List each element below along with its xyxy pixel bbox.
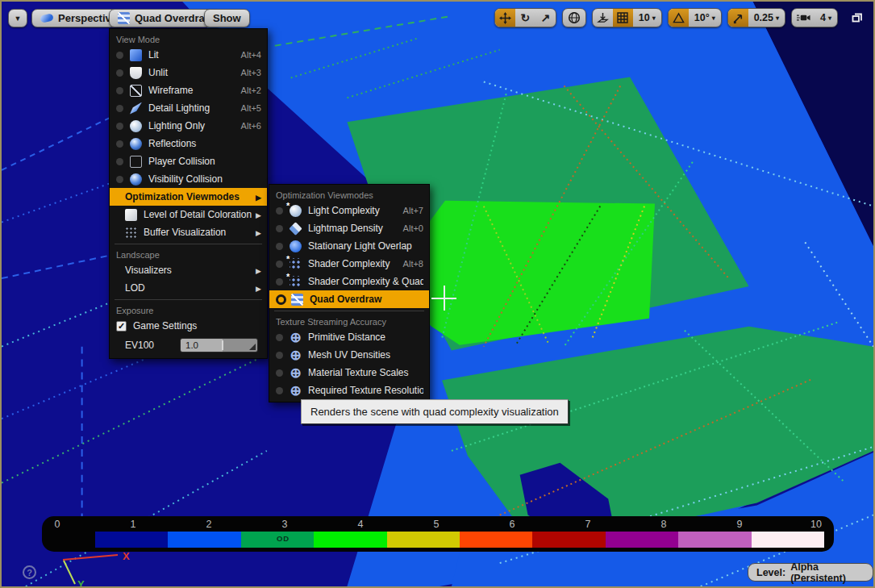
menu-item-label: Lit <box>148 49 235 60</box>
camera-speed-value-dropdown[interactable]: 4 ▾ <box>815 9 837 27</box>
help-button[interactable]: ? <box>23 565 36 579</box>
menu-item-lod-coloration[interactable]: Level of Detail Coloration <box>110 206 267 223</box>
scale-snap-group: 0.25 ▾ <box>727 8 785 27</box>
scale-snap-toggle[interactable] <box>728 9 748 27</box>
menu-item-required-texture-resolution[interactable]: ⊕ Required Texture Resolution <box>269 382 429 399</box>
rotation-snap-toggle[interactable] <box>669 9 689 27</box>
scale-mode-button[interactable]: ↗ <box>535 9 556 27</box>
camera-speed-button[interactable] <box>792 9 815 27</box>
scale-segment <box>606 532 678 548</box>
radio-icon <box>116 123 123 130</box>
tooltip-text: Renders the scene with quad complexity v… <box>310 406 559 418</box>
menu-section-title: View Mode <box>110 31 267 46</box>
caret-down-icon: ▾ <box>776 15 779 22</box>
od-marker: OD <box>273 534 294 543</box>
wireframe-cube-icon <box>130 85 142 97</box>
menu-item-stationary-light-overlap[interactable]: Stationary Light Overlap <box>269 237 429 255</box>
menu-item-lod[interactable]: LOD <box>110 279 267 297</box>
perspective-icon <box>40 13 54 23</box>
menu-item-unlit[interactable]: Unlit Alt+3 <box>110 64 267 81</box>
show-button[interactable]: Show <box>204 9 250 27</box>
submenu-arrow-icon <box>256 191 261 202</box>
collision-cube-icon <box>130 156 142 168</box>
menu-item-game-settings[interactable]: ✓ Game Settings <box>110 317 267 335</box>
menu-item-shader-complexity[interactable]: * Shader Complexity Alt+8 <box>269 255 429 273</box>
buffer-grid-icon <box>125 227 137 239</box>
menu-item-lit[interactable]: Lit Alt+4 <box>110 46 267 64</box>
scale-tick-label: 2 <box>206 519 212 530</box>
menu-item-visualizers[interactable]: Visualizers <box>110 261 267 279</box>
shortcut-label: Alt+2 <box>241 85 261 95</box>
menu-item-shader-complexity-quads[interactable]: * Shader Complexity & Quads <box>269 273 429 290</box>
menu-divider <box>115 244 262 244</box>
grid-snap-value: 10 <box>639 12 650 23</box>
coordinate-system-group <box>562 8 586 27</box>
scale-tick-label: 7 <box>585 519 591 530</box>
scale-tick-label: 0 <box>55 519 60 530</box>
menu-item-label: Stationary Light Overlap <box>308 240 423 252</box>
menu-item-lightmap-density[interactable]: Lightmap Density Alt+0 <box>269 219 429 237</box>
scale-segment <box>752 532 824 548</box>
rotate-mode-button[interactable]: ↻ <box>515 9 535 27</box>
scale-segment <box>460 532 532 548</box>
move-icon <box>499 12 511 24</box>
level-label: Level: <box>756 567 785 578</box>
world-space-button[interactable] <box>563 9 585 27</box>
menu-item-light-complexity[interactable]: * Light Complexity Alt+7 <box>269 202 429 219</box>
caret-down-icon: ▾ <box>652 15 656 22</box>
camera-speed-group: 4 ▾ <box>791 8 838 27</box>
checkbox-checked-icon[interactable]: ✓ <box>116 321 127 332</box>
surface-snap-icon <box>597 12 609 24</box>
viewport-options-dropdown-button[interactable]: ▼ <box>8 9 27 27</box>
maximize-viewport-button[interactable] <box>851 11 864 24</box>
menu-item-primitive-distance[interactable]: ⊕ Primitive Distance <box>269 328 429 346</box>
scale-snap-value-dropdown[interactable]: 0.25 ▾ <box>748 9 785 27</box>
radio-icon <box>276 369 283 377</box>
rotation-snap-value-dropdown[interactable]: 10° ▾ <box>689 9 721 27</box>
menu-item-mesh-uv-densities[interactable]: ⊕ Mesh UV Densities <box>269 346 429 364</box>
surface-snap-button[interactable] <box>593 9 613 27</box>
crosshair-cursor <box>431 286 456 311</box>
scale-snap-icon <box>732 12 744 24</box>
menu-item-label: Quad Overdraw <box>310 294 423 305</box>
level-badge[interactable]: Level: Alpha (Persistent) <box>748 563 873 582</box>
menu-item-player-collision[interactable]: Player Collision <box>110 152 267 170</box>
menu-item-label: Visualizers <box>125 265 256 276</box>
light-overlap-icon <box>290 240 302 252</box>
menu-item-wireframe[interactable]: Wireframe Alt+2 <box>110 81 267 99</box>
grid-snap-toggle[interactable] <box>613 9 633 27</box>
grid-snap-icon <box>617 12 628 23</box>
texture-streaming-icon: ⊕ <box>290 332 302 344</box>
menu-item-label: Game Settings <box>133 320 261 332</box>
menu-item-visibility-collision[interactable]: Visibility Collision <box>110 170 267 188</box>
menu-item-buffer-visualization[interactable]: Buffer Visualization <box>110 223 267 241</box>
menu-item-quad-overdraw[interactable]: Quad Overdraw <box>269 290 429 308</box>
transform-toolbar: ↻ ↗ <box>494 8 838 27</box>
menu-item-lighting-only[interactable]: Lighting Only Alt+6 <box>110 117 267 135</box>
shader-complexity-icon: * <box>290 258 302 270</box>
radio-icon <box>116 176 123 183</box>
shortcut-label: Alt+3 <box>241 68 261 77</box>
menu-item-label: Reflections <box>148 138 261 149</box>
texture-streaming-icon: ⊕ <box>290 349 302 361</box>
menu-item-reflections[interactable]: Reflections <box>110 135 267 152</box>
grid-snap-value-dropdown[interactable]: 10 ▾ <box>633 9 661 27</box>
ev100-label: EV100 <box>125 340 154 351</box>
radio-icon <box>116 69 123 77</box>
tooltip: Renders the scene with quad complexity v… <box>301 399 569 424</box>
submenu-arrow-icon <box>256 209 261 220</box>
scale-gradient <box>95 532 824 548</box>
axis-y-label: Y <box>77 578 85 588</box>
submenu-arrow-icon <box>256 227 261 238</box>
menu-section-title: Exposure <box>110 302 267 317</box>
scale-tick-label: 1 <box>131 519 136 530</box>
shortcut-label: Alt+0 <box>403 223 423 233</box>
menu-item-detail-lighting[interactable]: Detail Lighting Alt+5 <box>110 99 267 117</box>
ev100-input[interactable]: 1.0 <box>180 338 258 352</box>
caret-down-icon: ▼ <box>15 15 22 23</box>
menu-item-label: Lightmap Density <box>308 223 397 234</box>
menu-item-optimization-viewmodes[interactable]: Optimization Viewmodes <box>110 188 267 206</box>
lit-cube-icon <box>130 49 142 61</box>
menu-item-material-texture-scales[interactable]: ⊕ Material Texture Scales <box>269 364 429 382</box>
translate-mode-button[interactable] <box>495 9 515 27</box>
